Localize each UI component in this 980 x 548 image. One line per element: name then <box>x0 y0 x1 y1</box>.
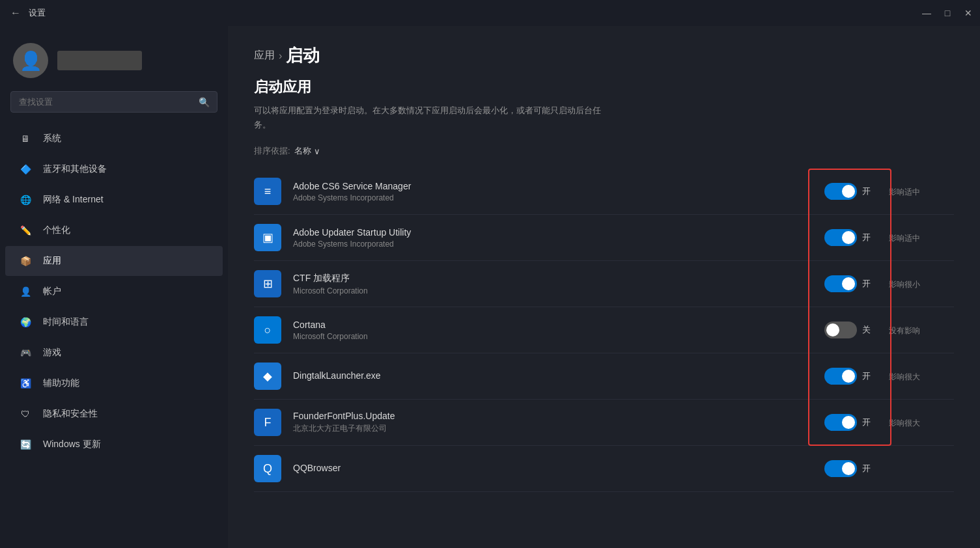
user-icon: 👤 <box>20 50 42 72</box>
toggle-cortana[interactable] <box>824 322 857 338</box>
nav-label-accounts: 帐户 <box>43 286 61 297</box>
breadcrumb-current: 启动 <box>286 44 320 67</box>
app-publisher-cortana: Microsoft Corporation <box>293 332 811 341</box>
impact-area-dingtalk: 影响很大 <box>889 370 954 383</box>
breadcrumb-separator: › <box>279 50 282 62</box>
sidebar: 👤 🔍 🖥 系统 🔷 蓝牙和其他设备 🌐 网络 & Internet ✏️ 个性… <box>0 26 228 548</box>
toggle-founder-font[interactable] <box>824 414 857 431</box>
app-name-ctf-loader: CTF 加载程序 <box>293 273 811 284</box>
user-name-placeholder <box>57 51 142 70</box>
nav-icon-accessibility: ♿ <box>18 376 33 390</box>
toggle-track-ctf-loader <box>824 275 857 292</box>
titlebar-controls: — □ ✕ <box>923 9 972 17</box>
app-name-founder-font: FounderFontPlus.Update <box>293 411 811 421</box>
back-icon[interactable]: ← <box>10 7 21 19</box>
toggle-track-dingtalk <box>824 368 857 385</box>
titlebar-left: ← 设置 <box>10 7 46 19</box>
impact-label-dingtalk: 影响很大 <box>889 372 920 381</box>
app-row-cortana: ○ Cortana Microsoft Corporation 关 没有影响 <box>254 307 954 353</box>
toggle-track-qqbrowser <box>824 460 857 477</box>
sidebar-item-accounts[interactable]: 👤 帐户 <box>5 277 223 307</box>
maximize-button[interactable]: □ <box>944 9 951 17</box>
toggle-label-dingtalk: 开 <box>862 370 875 382</box>
toggle-label-founder-font: 开 <box>862 417 875 428</box>
app-row-dingtalk: ◆ DingtalkLauncher.exe 开 影响很大 <box>254 353 954 400</box>
app-info-adobe-cs6: Adobe CS6 Service Manager Adobe Systems … <box>293 181 811 202</box>
page-description: 可以将应用配置为登录时启动。在大多数情况下应用启动后会最小化，或者可能只启动后台… <box>254 103 606 132</box>
main-content: 应用 › 启动 启动应用 可以将应用配置为登录时启动。在大多数情况下应用启动后会… <box>228 26 980 548</box>
impact-area-ctf-loader: 影响很小 <box>889 278 954 290</box>
sidebar-item-accessibility[interactable]: ♿ 辅助功能 <box>5 368 223 398</box>
titlebar-title: 设置 <box>29 7 46 19</box>
avatar: 👤 <box>13 43 48 78</box>
toggle-label-ctf-loader: 开 <box>862 278 875 290</box>
sidebar-item-apps[interactable]: 📦 应用 <box>5 246 223 276</box>
toggle-thumb-qqbrowser <box>842 462 855 475</box>
toggle-ctf-loader[interactable] <box>824 275 857 292</box>
toggle-dingtalk[interactable] <box>824 368 857 385</box>
sidebar-item-privacy[interactable]: 🛡 隐私和安全性 <box>5 399 223 429</box>
impact-label-adobe-cs6: 影响适中 <box>889 187 920 197</box>
app-info-qqbrowser: QQBrowser <box>293 463 811 475</box>
toggle-adobe-updater[interactable] <box>824 229 857 246</box>
app-list: ≡ Adobe CS6 Service Manager Adobe System… <box>254 169 954 492</box>
nav-label-apps: 应用 <box>43 255 61 267</box>
toggle-adobe-cs6[interactable] <box>824 183 857 200</box>
app-info-founder-font: FounderFontPlus.Update 北京北大方正电子有限公司 <box>293 411 811 434</box>
sidebar-item-personalize[interactable]: ✏️ 个性化 <box>5 215 223 245</box>
nav-icon-windows_update: 🔄 <box>18 437 33 452</box>
nav-icon-accounts: 👤 <box>18 284 33 299</box>
sidebar-item-time[interactable]: 🌍 时间和语言 <box>5 307 223 337</box>
toggle-thumb-adobe-cs6 <box>842 185 855 198</box>
nav-icon-bluetooth: 🔷 <box>18 162 33 176</box>
app-row-founder-font: F FounderFontPlus.Update 北京北大方正电子有限公司 开 … <box>254 400 954 446</box>
nav-label-personalize: 个性化 <box>43 225 70 236</box>
app-name-qqbrowser: QQBrowser <box>293 463 811 473</box>
close-button[interactable]: ✕ <box>964 9 972 17</box>
nav-label-accessibility: 辅助功能 <box>43 377 79 389</box>
sort-label: 排序依据: <box>254 145 290 157</box>
search-input[interactable] <box>10 91 217 113</box>
toggle-thumb-founder-font <box>842 416 855 429</box>
app-name-adobe-updater: Adobe Updater Startup Utility <box>293 227 811 238</box>
toggle-track-adobe-updater <box>824 229 857 246</box>
nav-icon-privacy: 🛡 <box>18 407 33 421</box>
app-icon-cortana: ○ <box>254 316 281 344</box>
app-row-ctf-loader: ⊞ CTF 加载程序 Microsoft Corporation 开 影响很小 <box>254 261 954 307</box>
toggle-track-cortana <box>824 322 857 338</box>
app-info-cortana: Cortana Microsoft Corporation <box>293 320 811 341</box>
sidebar-item-network[interactable]: 🌐 网络 & Internet <box>5 185 223 215</box>
toggle-label-cortana: 关 <box>862 324 875 336</box>
app-icon-founder-font: F <box>254 409 281 436</box>
sidebar-item-windows_update[interactable]: 🔄 Windows 更新 <box>5 430 223 459</box>
app-publisher-ctf-loader: Microsoft Corporation <box>293 286 811 295</box>
sort-bar: 排序依据: 名称 ∨ <box>254 145 954 157</box>
titlebar: ← 设置 — □ ✕ <box>0 0 980 26</box>
sidebar-item-system[interactable]: 🖥 系统 <box>5 124 223 154</box>
toggle-thumb-dingtalk <box>842 370 855 383</box>
nav-icon-gaming: 🎮 <box>18 346 33 360</box>
toggle-track-founder-font <box>824 414 857 431</box>
impact-area-adobe-cs6: 影响适中 <box>889 185 954 198</box>
app-icon-dingtalk: ◆ <box>254 363 281 390</box>
app-list-wrapper: ≡ Adobe CS6 Service Manager Adobe System… <box>254 169 954 492</box>
app-publisher-adobe-cs6: Adobe Systems Incorporated <box>293 193 811 202</box>
sidebar-item-gaming[interactable]: 🎮 游戏 <box>5 338 223 368</box>
sort-value-button[interactable]: 名称 ∨ <box>294 145 320 157</box>
toggle-thumb-ctf-loader <box>842 277 855 290</box>
impact-label-founder-font: 影响很大 <box>889 418 920 428</box>
sidebar-item-bluetooth[interactable]: 🔷 蓝牙和其他设备 <box>5 154 223 184</box>
app-name-cortana: Cortana <box>293 320 811 330</box>
nav-list: 🖥 系统 🔷 蓝牙和其他设备 🌐 网络 & Internet ✏️ 个性化 📦 … <box>0 123 228 548</box>
app-icon-adobe-cs6: ≡ <box>254 178 281 205</box>
nav-icon-network: 🌐 <box>18 193 33 207</box>
impact-label-adobe-updater: 影响适中 <box>889 234 920 243</box>
nav-label-time: 时间和语言 <box>43 316 89 328</box>
user-profile: 👤 <box>0 33 228 91</box>
toggle-thumb-adobe-updater <box>842 231 855 244</box>
page-title: 启动应用 <box>254 77 954 97</box>
app-row-adobe-cs6: ≡ Adobe CS6 Service Manager Adobe System… <box>254 169 954 215</box>
minimize-button[interactable]: — <box>923 9 931 17</box>
app-info-adobe-updater: Adobe Updater Startup Utility Adobe Syst… <box>293 227 811 249</box>
toggle-qqbrowser[interactable] <box>824 460 857 477</box>
